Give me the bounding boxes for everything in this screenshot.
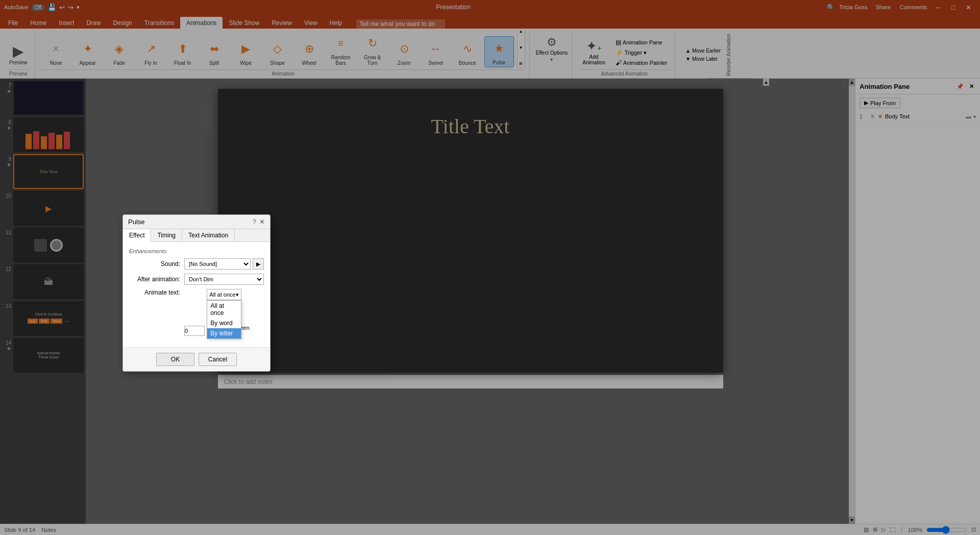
dialog-close-btn[interactable]: ✕ — [259, 218, 265, 226]
animate-text-label: Animate text: — [129, 289, 180, 296]
ok-button[interactable]: OK — [156, 353, 194, 366]
sound-row: Sound: [No Sound] ▶ — [129, 258, 264, 270]
pulse-dialog: Pulse ? ✕ Effect Timing Text Animation E… — [122, 214, 271, 372]
dialog-footer: OK Cancel — [123, 347, 270, 371]
sound-ctrl: [No Sound] ▶ — [184, 258, 264, 270]
animate-text-row: Animate text: All at once ▾ All at once … — [129, 289, 264, 300]
delay-pct-input[interactable] — [184, 326, 205, 336]
after-anim-select[interactable]: Don't Dim — [184, 274, 264, 285]
dialog-tab-timing[interactable]: Timing — [151, 229, 182, 241]
dialog-titlebar: Pulse ? ✕ — [123, 215, 270, 229]
dialog-body: Enhancements Sound: [No Sound] ▶ After a… — [123, 242, 270, 347]
animate-text-list: All at once By word By letter — [207, 300, 241, 339]
dialog-overlay: Pulse ? ✕ Effect Timing Text Animation E… — [0, 0, 980, 535]
dialog-tab-effect[interactable]: Effect — [123, 229, 151, 242]
dialog-title: Pulse — [128, 218, 145, 226]
after-anim-row: After animation: Don't Dim — [129, 274, 264, 285]
dialog-help-btn[interactable]: ? — [253, 218, 256, 226]
animate-text-ctrl: All at once ▾ All at once By word By let… — [184, 289, 264, 300]
delay-letters-row: % delay between letters — [129, 325, 264, 337]
after-anim-label: After animation: — [129, 276, 180, 283]
dialog-tabs: Effect Timing Text Animation — [123, 229, 270, 242]
after-anim-ctrl: Don't Dim — [184, 274, 264, 285]
dropdown-arrow: ▾ — [236, 291, 239, 298]
sound-extra-btn[interactable]: ▶ — [253, 258, 264, 270]
sound-select[interactable]: [No Sound] — [184, 258, 251, 270]
dialog-tab-textanim[interactable]: Text Animation — [182, 229, 235, 241]
animate-text-dropdown[interactable]: All at once ▾ All at once By word By let… — [207, 289, 241, 300]
cancel-button[interactable]: Cancel — [199, 353, 237, 366]
option-by-word[interactable]: By word — [207, 318, 240, 328]
option-by-letter[interactable]: By letter — [207, 328, 240, 338]
delay-letters-space — [129, 304, 264, 323]
animate-text-value: All at once — [209, 291, 235, 298]
dialog-header-btns: ? ✕ — [253, 218, 265, 226]
option-all-at-once[interactable]: All at once — [207, 301, 240, 318]
animate-text-display[interactable]: All at once ▾ — [207, 289, 241, 300]
enhancements-label: Enhancements — [129, 248, 264, 254]
sound-label: Sound: — [129, 260, 180, 268]
